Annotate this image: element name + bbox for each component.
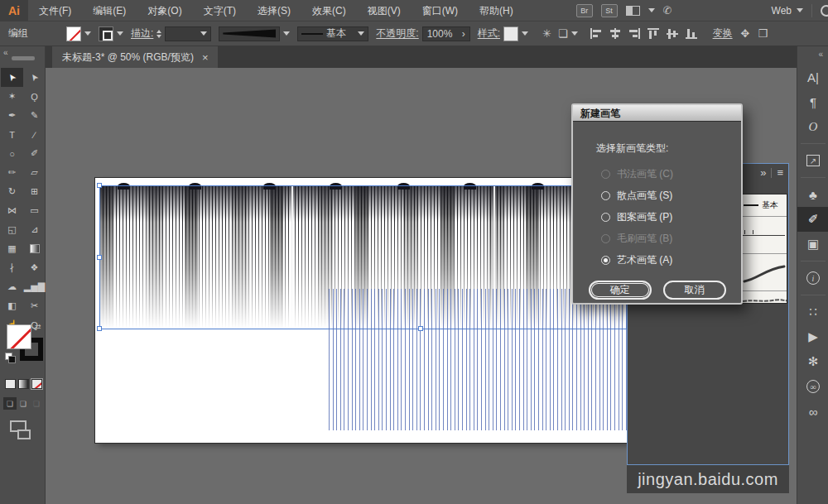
blend-tool[interactable]: ❖ (23, 258, 46, 277)
draw-behind-icon[interactable]: ❏ (17, 397, 30, 410)
swap-fill-stroke-icon[interactable]: ⇄ (35, 323, 41, 331)
free-transform-tool[interactable]: ▭ (23, 201, 46, 220)
line-segment-tool[interactable]: ∕ (23, 125, 46, 144)
panel-grip[interactable] (12, 56, 35, 60)
gradient-tool[interactable] (23, 239, 46, 258)
pen-tool[interactable]: ✒ (1, 106, 23, 125)
align-bottom-icon[interactable] (686, 28, 697, 39)
draw-normal-icon[interactable]: ❏ (3, 397, 17, 410)
collapse-panel-icon[interactable]: « (3, 48, 8, 57)
expand-panels-icon[interactable]: « (818, 50, 823, 59)
radio-icon[interactable] (601, 213, 610, 222)
chevron-down-icon[interactable] (117, 31, 123, 36)
opacity-label[interactable]: 不透明度: (376, 26, 418, 41)
menu-item-7[interactable]: 窗口(W) (412, 0, 469, 22)
stock-button[interactable]: St (601, 4, 618, 17)
color-button[interactable] (5, 379, 16, 389)
paintbrush-tool[interactable]: ✐ (23, 144, 46, 163)
draw-inside-icon[interactable]: ❏ (30, 397, 43, 410)
cancel-button[interactable]: 取消 (663, 281, 726, 300)
symbols-panel-icon[interactable]: ♣ (797, 182, 828, 207)
opacity-field[interactable]: 100% › (422, 26, 470, 41)
brush-item-thin-line[interactable] (741, 217, 787, 254)
ok-button[interactable]: 确定 (589, 281, 652, 300)
mesh-tool[interactable]: ▦ (1, 239, 23, 258)
links-panel-icon[interactable]: ∞ (797, 399, 828, 424)
search-icon[interactable] (821, 5, 828, 17)
default-fill-stroke-icon[interactable] (5, 353, 12, 360)
radio-icon[interactable] (601, 191, 610, 200)
document-tab[interactable]: 未标题-3* @ 50% (RGB/预览) × (52, 46, 218, 68)
align-left-icon[interactable] (590, 28, 602, 39)
gradient-button[interactable] (18, 379, 29, 389)
transform-label[interactable]: 变换 (713, 26, 733, 41)
workspace-switcher[interactable]: Web (772, 5, 803, 17)
slice-tool[interactable]: ✂ (23, 296, 46, 315)
align-top-icon[interactable] (647, 28, 659, 39)
fill-indicator-none[interactable] (7, 324, 31, 349)
align-v-center-icon[interactable] (667, 28, 678, 39)
touch-workspace-icon[interactable]: ✆ (663, 4, 672, 17)
panel-menu-icon[interactable]: ≡ (777, 166, 783, 179)
symbol-sprayer-tool[interactable]: ☁ (1, 277, 23, 296)
cc-libraries-panel-icon[interactable]: ∞ (797, 374, 828, 399)
artboard-tool[interactable]: ◧ (1, 296, 23, 315)
ellipse-tool[interactable]: ○ (1, 144, 23, 163)
width-profile-dropdown[interactable] (219, 26, 280, 41)
stroke-weight-stepper[interactable] (156, 30, 161, 38)
curvature-tool[interactable]: ✎ (23, 106, 46, 125)
bounding-box-icon[interactable]: ✥ (741, 27, 750, 40)
type-tool[interactable]: T (1, 125, 23, 144)
selection-handle[interactable] (97, 326, 102, 331)
lasso-tool[interactable]: Ǫ (23, 87, 46, 106)
selection-handle[interactable] (418, 326, 423, 331)
brush-definition-dropdown[interactable]: 基本 (297, 26, 368, 41)
graphic-styles-panel-icon[interactable]: ▣ (797, 232, 828, 257)
menu-item-1[interactable]: 编辑(E) (82, 0, 137, 22)
stroke-weight-dropdown[interactable] (165, 26, 211, 41)
recolor-artwork-icon[interactable]: ✳ (542, 27, 551, 40)
brush-item-basic[interactable]: 基本 (741, 194, 787, 217)
eyedropper-tool[interactable]: ∤ (1, 258, 23, 277)
none-button[interactable] (31, 379, 42, 389)
menu-item-6[interactable]: 视图(V) (357, 0, 412, 22)
radio-icon[interactable] (601, 256, 610, 265)
character-panel-icon[interactable]: A| (797, 65, 828, 89)
chevron-down-icon[interactable] (522, 31, 528, 36)
selection-tool[interactable]: ➤ (1, 68, 23, 87)
eraser-tool[interactable]: ▱ (23, 163, 46, 182)
close-icon[interactable]: × (202, 51, 209, 64)
info-panel-icon[interactable]: i (797, 266, 828, 290)
shape-builder-tool[interactable]: ◱ (1, 220, 23, 239)
variables-panel-icon[interactable]: ✻ (797, 349, 828, 374)
selection-handle[interactable] (97, 255, 102, 260)
column-graph-tool[interactable]: ▂▅▇ (23, 277, 46, 296)
menu-item-5[interactable]: 效果(C) (301, 0, 357, 22)
screen-mode-icon[interactable] (10, 420, 26, 432)
brush-type-option-2[interactable]: 图案画笔 (P) (601, 210, 741, 224)
chevron-down-icon[interactable] (283, 31, 290, 36)
actions-panel-icon[interactable]: ▶ (797, 324, 828, 349)
dialog-title[interactable]: 新建画笔 (573, 105, 741, 122)
export-panel-icon[interactable]: ↗ (797, 148, 828, 173)
selection-handle[interactable] (97, 183, 102, 188)
brushes-panel-icon[interactable]: ✐ (797, 207, 828, 232)
arrange-documents-icon[interactable] (626, 6, 640, 16)
menu-item-3[interactable]: 文字(T) (193, 0, 247, 22)
menu-item-0[interactable]: 文件(F) (28, 0, 82, 22)
brush-item-charcoal-curve[interactable] (741, 254, 787, 291)
magic-wand-tool[interactable]: ✶ (1, 87, 23, 106)
document-setup-icon[interactable]: ❏ (558, 27, 568, 40)
menu-item-4[interactable]: 选择(S) (247, 0, 301, 22)
stroke-color-swatch[interactable] (99, 26, 113, 41)
panel-expand-icon[interactable]: » (760, 166, 766, 179)
rotate-tool[interactable]: ↻ (1, 182, 23, 201)
bridge-button[interactable]: Br (576, 4, 593, 17)
style-label[interactable]: 样式: (478, 26, 500, 41)
stroke-weight-label[interactable]: 描边: (131, 26, 153, 41)
chevron-down-icon[interactable] (648, 8, 655, 12)
brush-type-option-1[interactable]: 散点画笔 (S) (601, 189, 741, 203)
chevron-down-icon[interactable] (84, 31, 91, 36)
menu-item-2[interactable]: 对象(O) (137, 0, 192, 22)
menu-item-8[interactable]: 帮助(H) (469, 0, 524, 22)
